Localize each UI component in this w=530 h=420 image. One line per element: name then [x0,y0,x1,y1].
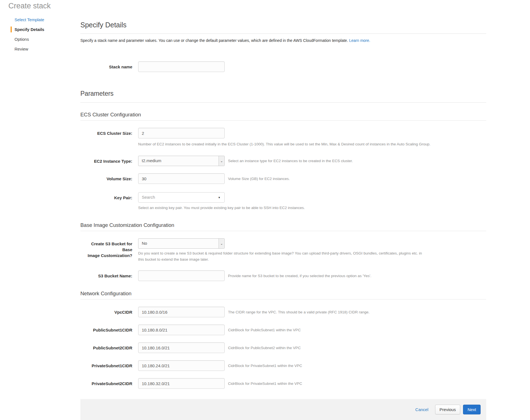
key-pair-label: Key Pair: [80,192,132,211]
chevron-down-icon: ⌄ [219,156,224,166]
ecs-cluster-size-input[interactable] [138,128,225,138]
stack-name-label: Stack name [80,61,132,72]
step-title: Specify Details [80,21,486,34]
ec2-instance-type-help: Select an instance type for EC2 instance… [228,159,353,163]
ecs-cluster-size-row: ECS Cluster Size: Number of EC2 instance… [80,128,486,147]
private-subnet2-cidr-help: CidrBlock for PrivateSubnet1 within the … [228,381,302,386]
create-s3-bucket-label-line1: Create S3 Bucket for Base [80,241,132,253]
create-s3-bucket-select[interactable]: No ⌄ [138,238,225,249]
s3-bucket-name-help: Provide name for S3 bucket to be created… [228,274,371,278]
base-image-section-title: Base Image Customization Configuration [80,222,486,231]
previous-button[interactable]: Previous [435,405,460,414]
ecs-cluster-size-help: Number of EC2 instances to be created in… [138,141,486,147]
learn-more-link[interactable]: Learn more. [349,38,370,43]
public-subnet1-cidr-input[interactable] [138,325,225,335]
public-subnet1-cidr-row: PublicSubnet1CIDR CidrBlock for PublicSu… [80,325,486,335]
public-subnet2-cidr-help: CidrBlock for PublicSubnet2 within the V… [228,346,301,350]
wizard-step-nav: Select Template Specify Details Options … [11,17,75,56]
ec2-instance-type-value: t2.medium [142,158,161,163]
public-subnet2-cidr-row: PublicSubnet2CIDR CidrBlock for PublicSu… [80,342,486,353]
main-content: Specify Details Specify a stack name and… [80,15,486,389]
nav-item-specify-details: Specify Details [11,27,75,32]
key-pair-placeholder: Search [142,195,155,200]
ec2-instance-type-select[interactable]: t2.medium ⌄ [138,156,225,166]
wizard-footer: Cancel Previous Next [80,399,486,420]
cancel-link[interactable]: Cancel [415,407,428,412]
ec2-instance-type-row: EC2 Instance Type: t2.medium ⌄ Select an… [80,156,486,166]
create-s3-bucket-row: Create S3 Bucket for Base Image Customiz… [80,238,486,263]
key-pair-help: Select an existing key pair. You must pr… [138,205,486,211]
private-subnet2-cidr-row: PrivateSubnet2CIDR CidrBlock for Private… [80,378,486,389]
chevron-down-icon: ⌄ [219,239,224,248]
caret-down-icon: ▼ [218,196,220,199]
ec2-instance-type-label: EC2 Instance Type: [80,156,132,166]
next-button[interactable]: Next [463,405,481,414]
s3-bucket-name-label: S3 Bucket Name: [80,270,132,281]
vpc-cidr-row: VpcCIDR The CIDR range for the VPC. This… [80,307,486,317]
vpc-cidr-input[interactable] [138,307,225,317]
stack-name-row: Stack name [80,61,486,72]
network-section-title: Network Configuration [80,291,486,299]
public-subnet2-cidr-label: PublicSubnet2CIDR [80,342,132,353]
private-subnet2-cidr-input[interactable] [138,378,225,389]
public-subnet2-cidr-input[interactable] [138,342,225,353]
step-description: Specify a stack name and parameter value… [80,38,486,43]
ecs-section-title: ECS Cluster Configuration [80,112,486,121]
private-subnet1-cidr-label: PrivateSubnet1CIDR [80,360,132,371]
nav-item-review: Review [11,46,75,52]
create-s3-bucket-label: Create S3 Bucket for Base Image Customiz… [80,238,132,263]
create-s3-bucket-value: No [142,241,147,246]
s3-bucket-name-input[interactable] [138,270,225,281]
page-title: Create stack [8,2,51,10]
nav-item-options: Options [11,36,75,42]
create-s3-bucket-help: Do you want to create a new S3 bucket & … [138,250,424,263]
parameters-title: Parameters [80,90,486,103]
nav-item-select-template[interactable]: Select Template [11,17,75,23]
create-s3-bucket-label-line2: Image Customization? [80,253,132,258]
public-subnet1-cidr-label: PublicSubnet1CIDR [80,325,132,335]
private-subnet2-cidr-label: PrivateSubnet2CIDR [80,378,132,389]
volume-size-help: Volume Size (GB) for EC2 instances. [228,177,290,181]
private-subnet1-cidr-input[interactable] [138,360,225,371]
volume-size-input[interactable] [138,173,225,184]
volume-size-row: Volume Size: Volume Size (GB) for EC2 in… [80,173,486,184]
vpc-cidr-help: The CIDR range for the VPC. This should … [228,310,370,314]
key-pair-combobox[interactable]: Search ▼ [138,192,225,203]
s3-bucket-name-row: S3 Bucket Name: Provide name for S3 buck… [80,270,486,281]
public-subnet1-cidr-help: CidrBlock for PublicSubnet1 within the V… [228,328,301,332]
private-subnet1-cidr-row: PrivateSubnet1CIDR CidrBlock for Private… [80,360,486,371]
private-subnet1-cidr-help: CidrBlock for PrivateSubnet1 within the … [228,364,302,368]
stack-name-input[interactable] [138,61,225,72]
step-description-text: Specify a stack name and parameter value… [80,38,348,43]
ecs-cluster-size-label: ECS Cluster Size: [80,128,132,147]
key-pair-row: Key Pair: Search ▼ Select an existing ke… [80,192,486,211]
vpc-cidr-label: VpcCIDR [80,307,132,317]
volume-size-label: Volume Size: [80,173,132,184]
